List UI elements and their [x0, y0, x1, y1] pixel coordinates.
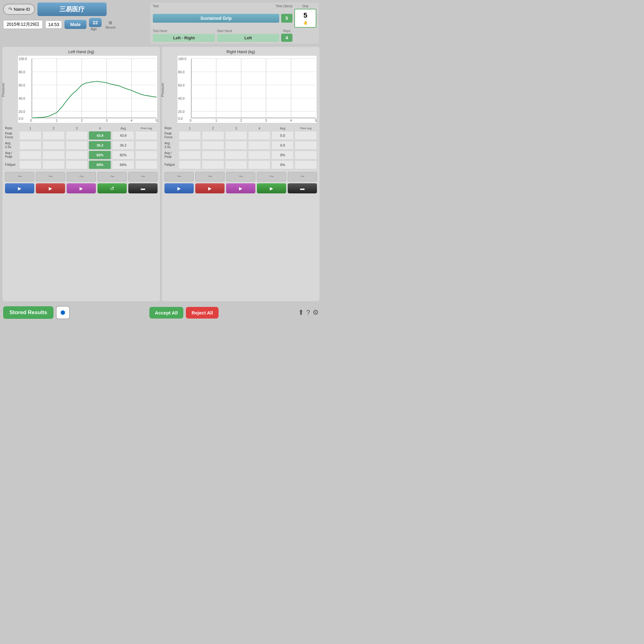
- right-avgpeak-row: Avg /Peak 0%: [164, 151, 317, 159]
- left-avg-rep4: 36.2: [89, 141, 111, 150]
- patient-name-text: 三易医疗: [59, 6, 85, 13]
- export-button[interactable]: ⬆: [298, 308, 304, 317]
- right-graph-btn-1[interactable]: 〜: [164, 172, 194, 181]
- right-fat-rep1: [179, 160, 201, 169]
- test-name-text: Sustained Grip: [200, 16, 232, 21]
- stored-results-button[interactable]: Stored Results: [3, 306, 53, 319]
- left-ap-rep3: [66, 151, 88, 159]
- app-container: ↷ Name ID 三易医疗 2015年12月29日 14:53 Male: [0, 0, 322, 322]
- left-avgpeak-row: Avg /Peak 82% 82%: [5, 151, 158, 159]
- left-y-axis-label: Pressure: [1, 83, 5, 97]
- left-avg-rep2: [42, 141, 65, 150]
- left-graph-btn-2[interactable]: 〜: [36, 172, 65, 181]
- left-ap-rep2: [42, 151, 65, 159]
- left-play-btn-2[interactable]: ▶: [36, 183, 65, 193]
- left-play-controls-row: ▶ ▶ ▶ ↺ ▬: [5, 183, 158, 193]
- start-hand-value: Left: [244, 36, 252, 40]
- right-graph-btn-2[interactable]: 〜: [195, 172, 225, 181]
- left-data-table: Reps 1 2 3 4 Avg Prev Avg PeakForce 43.9: [5, 126, 158, 170]
- name-id-label: Name ID: [14, 7, 30, 12]
- left-play-btn-4[interactable]: ↺: [97, 183, 127, 193]
- right-play-btn-1[interactable]: ▶: [164, 183, 194, 193]
- right-pf-rep3: [225, 131, 247, 140]
- right-avg-rep4: [248, 141, 270, 150]
- right-play-controls-row: ▶ ▶ ▶ ▶ ▬: [164, 183, 317, 193]
- accept-all-label: Accept All: [155, 310, 178, 315]
- left-pf-avg: 43.9: [112, 131, 134, 140]
- left-panel: Left Hand (kg) Pressure 100.0 80.0 60.0 …: [3, 47, 160, 301]
- right-pf-rep2: [202, 131, 224, 140]
- svg-text:1: 1: [56, 119, 58, 122]
- left-avg-row: Avg2-5s 36.2 36.2: [5, 141, 158, 150]
- recent-label: Recent: [105, 26, 115, 29]
- recent-button[interactable]: ≡ Recent: [105, 19, 115, 29]
- bluetooth-button[interactable]: ⬢: [56, 306, 70, 319]
- svg-text:5: 5: [156, 119, 157, 122]
- test-section: Test Time (Secs) Grip Sustained Grip 5 5…: [150, 3, 319, 44]
- left-ap-prev-avg: [135, 151, 158, 159]
- help-button[interactable]: ?: [306, 308, 310, 317]
- right-ap-rep2: [202, 151, 224, 159]
- svg-text:0: 0: [190, 119, 192, 122]
- right-graph-btn-4[interactable]: 〜: [257, 172, 286, 181]
- svg-text:80.0: 80.0: [178, 70, 185, 74]
- right-ap-rep3: [225, 151, 247, 159]
- start-hand-label: Start Hand: [217, 29, 279, 33]
- left-play-btn-5[interactable]: ▬: [128, 183, 158, 193]
- right-graph-btn-3[interactable]: 〜: [226, 172, 255, 181]
- reject-all-button[interactable]: Reject All: [186, 307, 219, 319]
- right-play-btn-4[interactable]: ▶: [257, 183, 286, 193]
- left-play-btn-3[interactable]: ▶: [67, 183, 96, 193]
- left-graph-btn-1[interactable]: 〜: [5, 172, 34, 181]
- left-pf-rep4: 43.9: [89, 131, 111, 140]
- settings-icon: ⚙: [313, 308, 319, 316]
- reps-label: Reps: [281, 29, 292, 33]
- test-name-box: Sustained Grip: [153, 14, 279, 23]
- left-avg-prev-avg: [135, 141, 158, 150]
- age-display: 22: [89, 18, 102, 27]
- left-graph-btn-5[interactable]: 〜: [128, 172, 158, 181]
- name-id-button[interactable]: ↷ Name ID: [3, 4, 35, 15]
- left-fat-avg: 69%: [112, 160, 134, 169]
- time-box: 5: [281, 14, 292, 23]
- left-avg-rep3: [66, 141, 88, 150]
- time-display: 14:53: [45, 20, 62, 29]
- recent-icon: ≡: [108, 19, 112, 26]
- right-pf-avg: 0.0: [271, 131, 294, 140]
- right-graph-buttons-row: 〜 〜 〜 〜 〜: [164, 172, 317, 181]
- right-fat-rep3: [225, 160, 247, 169]
- bottom-bar: Stored Results ⬢ Accept All Reject All ⬆…: [0, 303, 322, 322]
- test-hand-label: Test Hand: [153, 29, 215, 33]
- left-graph-btn-3[interactable]: 〜: [67, 172, 96, 181]
- gender-button[interactable]: Male: [64, 20, 86, 29]
- left-fat-rep3: [66, 160, 88, 169]
- left-play-btn-1[interactable]: ▶: [5, 183, 34, 193]
- right-fatigue-row: Fatigue 0%: [164, 160, 317, 169]
- test-row2: Left - Right Left 4: [153, 34, 316, 42]
- svg-text:4: 4: [130, 119, 132, 122]
- right-play-btn-3[interactable]: ▶: [226, 183, 255, 193]
- left-peak-force-row: PeakForce 43.9 43.9: [5, 131, 158, 140]
- right-avg-prev-avg: [295, 141, 317, 150]
- right-play-btn-2[interactable]: ▶: [195, 183, 225, 193]
- time-value: 5: [286, 16, 288, 21]
- right-play-btn-5[interactable]: ▬: [288, 183, 317, 193]
- svg-text:2: 2: [240, 119, 242, 122]
- test-hand-box: Left - Right: [153, 34, 215, 42]
- right-graph-btn-5[interactable]: 〜: [288, 172, 317, 181]
- left-graph-btn-4[interactable]: 〜: [97, 172, 127, 181]
- svg-text:20.0: 20.0: [19, 110, 25, 114]
- left-rep3-header: 3: [66, 127, 88, 130]
- test-header-labels: Test Time (Secs) Grip: [153, 4, 316, 8]
- reps-value: 4: [286, 35, 288, 40]
- svg-text:2: 2: [81, 119, 83, 122]
- right-chart-container: 100.0 80.0 60.0 40.0 20.0 0.0: [177, 55, 317, 123]
- right-reps-label: Reps: [164, 126, 178, 130]
- right-avg-header: Avg: [271, 127, 294, 130]
- settings-button[interactable]: ⚙: [313, 308, 319, 317]
- left-peak-force-label: PeakForce: [5, 132, 18, 139]
- accept-all-button[interactable]: Accept All: [149, 307, 184, 319]
- bluetooth-icon: ⬢: [60, 309, 65, 316]
- right-panel: Right Hand (kg) Pressure 100.0 80.0 60.0…: [162, 47, 319, 301]
- right-ap-rep1: [179, 151, 201, 159]
